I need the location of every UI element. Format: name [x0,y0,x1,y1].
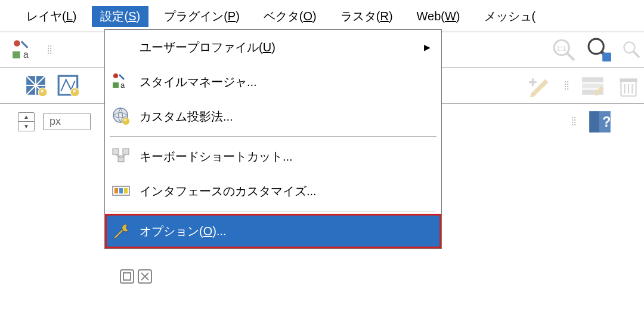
menu-item-user-profile[interactable]: ユーザープロファイル(U) ▶ [105,30,441,64]
svg-text:*: * [124,118,127,125]
menu-web[interactable]: Web(W) [408,7,469,26]
menu-raster[interactable]: ラスタ(R) [332,6,401,27]
svg-rect-42 [113,149,119,155]
stepper-down[interactable]: ▼ [18,122,34,131]
zoom-1to1-icon[interactable]: 1:1 [552,38,577,63]
menu-item-options[interactable]: オプション(O)... [105,214,441,248]
menu-item-label: オプション(O)... [140,223,431,239]
stepper[interactable]: ▲ ▼ [18,112,35,131]
attribute-table-icon[interactable] [580,73,605,99]
svg-text:?: ? [602,114,611,130]
vertex-tool-icon[interactable]: * [56,73,81,99]
zoom-selection-icon[interactable] [587,38,612,63]
menu-item-customize[interactable]: インタフェースのカスタマイズ... [105,174,441,208]
snap-grid-icon[interactable]: * [24,73,49,99]
help-icon[interactable]: ? [587,109,612,134]
menu-item-label: インタフェースのカスタマイズ... [140,183,431,199]
menu-settings[interactable]: 設定(S) [92,6,148,27]
panel-controls [119,269,153,287]
toolbar-drag-handle[interactable] [564,74,569,98]
edit-layer-icon[interactable] [528,73,553,99]
menu-item-label: キーボードショートカット... [140,149,431,165]
svg-line-6 [567,53,574,60]
svg-point-0 [14,40,20,47]
menu-vector[interactable]: ベクタ(O) [255,6,325,27]
menu-separator [110,211,436,211]
unit-field[interactable]: px [43,113,91,130]
svg-line-1 [21,41,28,48]
svg-text:*: * [73,88,76,96]
stepper-up[interactable]: ▲ [18,113,34,122]
svg-rect-50 [124,188,128,193]
customize-icon [111,181,131,201]
menu-item-label: ユーザープロファイル(U) [140,39,416,56]
toolbar-drag-handle[interactable] [571,110,577,134]
svg-rect-24 [582,77,603,82]
svg-rect-9 [602,53,611,62]
menu-item-custom-crs[interactable]: * カスタム投影法... [105,99,441,134]
panel-close-icon[interactable] [137,269,153,287]
style-manager-icon[interactable]: a [11,38,36,63]
delete-icon[interactable] [616,73,641,99]
svg-rect-51 [120,270,134,283]
svg-rect-52 [123,273,131,280]
svg-text:a: a [23,49,29,59]
svg-text:1:1: 1:1 [556,45,566,52]
svg-rect-32 [589,111,599,133]
svg-rect-2 [13,51,20,59]
blank-icon [111,37,131,57]
menu-item-label: カスタム投影法... [140,109,431,125]
menu-plugin[interactable]: プラグイン(P) [156,6,248,27]
style-manager-icon: a [111,72,131,92]
svg-line-36 [119,75,124,79]
globe-gear-icon: * [111,106,131,127]
panel-expand-icon[interactable] [119,269,135,287]
svg-text:a: a [120,81,125,90]
svg-rect-28 [620,78,637,81]
menu-layer[interactable]: レイヤ(L) [18,6,85,27]
menu-mesh[interactable]: メッシュ( [476,6,544,27]
svg-point-7 [589,39,603,54]
submenu-arrow-icon: ▶ [424,42,431,52]
svg-rect-49 [119,188,123,193]
menu-item-shortcuts[interactable]: キーボードショートカット... [105,139,441,174]
svg-point-35 [113,73,118,78]
svg-rect-44 [123,149,129,155]
menu-item-label: スタイルマネージャ... [140,74,431,90]
zoom-overlap-icon[interactable] [623,38,641,63]
menu-separator [110,136,436,137]
wrench-icon [111,221,131,241]
svg-point-10 [624,42,635,53]
toolbar-drag-handle[interactable] [47,38,52,62]
svg-rect-48 [114,188,118,193]
settings-dropdown: ユーザープロファイル(U) ▶ a スタイルマネージャ... * カスタム投影法… [104,29,442,249]
svg-rect-37 [113,82,119,88]
menu-item-style-manager[interactable]: a スタイルマネージャ... [105,64,441,99]
shortcut-icon [111,146,131,167]
svg-text:*: * [41,88,44,96]
svg-line-11 [633,51,639,57]
menubar: レイヤ(L) 設定(S) プラグイン(P) ベクタ(O) ラスタ(R) Web(… [0,0,644,32]
